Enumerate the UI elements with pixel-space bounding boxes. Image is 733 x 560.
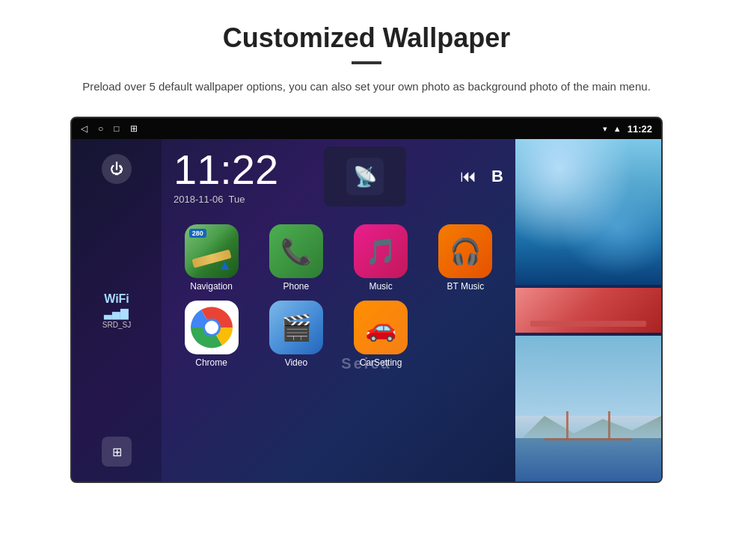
wallpaper-previews xyxy=(515,139,661,481)
phone-icon-glyph: 📞 xyxy=(280,236,312,266)
clock-time: 11:22 xyxy=(174,149,278,191)
wifi-label: WiFi xyxy=(104,292,129,306)
list-item[interactable]: 🎧 BT Music xyxy=(428,224,503,292)
wallpaper-preview-middle xyxy=(515,288,661,333)
carsetting-icon-glyph: 🚗 xyxy=(365,313,396,342)
list-item[interactable]: 🎬 Video xyxy=(258,301,334,368)
screen-content: ⏻ WiFi ▃▅▇ SRD_SJ ⊞ 11:22 2018-11-06 Tue xyxy=(72,139,661,481)
status-time: 11:22 xyxy=(628,123,652,135)
music-app-icon: 🎵 xyxy=(354,224,408,278)
media-controls: ⏮ B xyxy=(460,167,503,186)
carsetting-app-icon: 🚗 xyxy=(354,301,408,354)
status-bar: ◁ ○ □ ⊞ ▾ ▲ 11:22 xyxy=(72,118,661,139)
wifi-bars: ▃▅▇ xyxy=(104,307,129,319)
location-icon: ▾ xyxy=(603,124,607,134)
wifi-ssid: SRD_SJ xyxy=(102,321,131,329)
chrome-app-icon xyxy=(185,301,239,354)
music-label: Music xyxy=(369,281,392,292)
page-container: Customized Wallpaper Preload over 5 defa… xyxy=(0,0,733,560)
left-sidebar: ⏻ WiFi ▃▅▇ SRD_SJ ⊞ xyxy=(72,139,162,481)
svg-point-2 xyxy=(205,321,218,334)
watermark: Seica xyxy=(341,355,391,372)
page-description: Preload over 5 default wallpaper options… xyxy=(82,78,651,96)
bt-music-label: BT Music xyxy=(447,281,484,292)
screenshot-icon: ⊞ xyxy=(130,123,138,134)
home-icon: ○ xyxy=(98,123,103,134)
navigation-label: Navigation xyxy=(190,281,233,292)
wireless-icon: 📡 xyxy=(353,165,377,188)
phone-app-icon: 📞 xyxy=(269,224,323,278)
video-label: Video xyxy=(285,357,307,368)
wallpaper-preview-bridge xyxy=(515,336,661,481)
device-frame: ◁ ○ □ ⊞ ▾ ▲ 11:22 ⏻ WiFi ▃▅▇ SRD_SJ ⊞ xyxy=(70,117,663,483)
music-icon-glyph: 🎵 xyxy=(365,236,396,266)
main-area: 11:22 2018-11-06 Tue 📡 ⏮ xyxy=(162,139,515,481)
power-button[interactable]: ⏻ xyxy=(102,154,132,184)
bluetooth-label: B xyxy=(491,167,503,186)
clock-date: 2018-11-06 Tue xyxy=(174,194,278,205)
prev-button[interactable]: ⏮ xyxy=(460,167,476,186)
navigation-app-icon: 280 ▲ xyxy=(185,224,239,278)
nav-arrow: ▲ xyxy=(218,256,233,274)
wallpaper-preview-ice xyxy=(515,139,661,285)
list-item[interactable]: 280 ▲ Navigation xyxy=(174,224,249,292)
bt-music-app-icon: 🎧 xyxy=(438,224,492,278)
video-icon-glyph: 🎬 xyxy=(280,313,312,342)
list-item[interactable]: Chrome xyxy=(174,301,249,368)
recent-icon: □ xyxy=(114,123,119,134)
page-title: Customized Wallpaper xyxy=(223,22,511,54)
chrome-label: Chrome xyxy=(195,357,227,368)
status-right-icons: ▾ ▲ 11:22 xyxy=(603,123,652,135)
video-app-icon: 🎬 xyxy=(269,301,323,354)
app-grid: 280 ▲ Navigation 📞 Phone xyxy=(174,224,503,368)
status-left-icons: ◁ ○ □ ⊞ xyxy=(81,123,138,134)
ice-texture xyxy=(515,139,661,285)
list-item[interactable]: 📞 Phone xyxy=(258,224,334,292)
wifi-info: WiFi ▃▅▇ SRD_SJ xyxy=(102,292,131,329)
bridge-scene xyxy=(515,336,661,481)
bluetooth-icon-glyph: 🎧 xyxy=(450,236,481,266)
apps-button[interactable]: ⊞ xyxy=(102,437,132,467)
clock-info: 11:22 2018-11-06 Tue xyxy=(174,149,278,205)
clock-section: 11:22 2018-11-06 Tue 📡 ⏮ xyxy=(174,147,503,206)
media-widget: 📡 xyxy=(324,147,406,206)
list-item[interactable]: 🎵 Music xyxy=(343,224,419,292)
wifi-signal-icon: ▲ xyxy=(613,124,622,133)
back-icon: ◁ xyxy=(81,123,88,134)
title-divider xyxy=(352,61,381,64)
nav-badge: 280 xyxy=(189,229,206,238)
phone-label: Phone xyxy=(283,281,310,292)
